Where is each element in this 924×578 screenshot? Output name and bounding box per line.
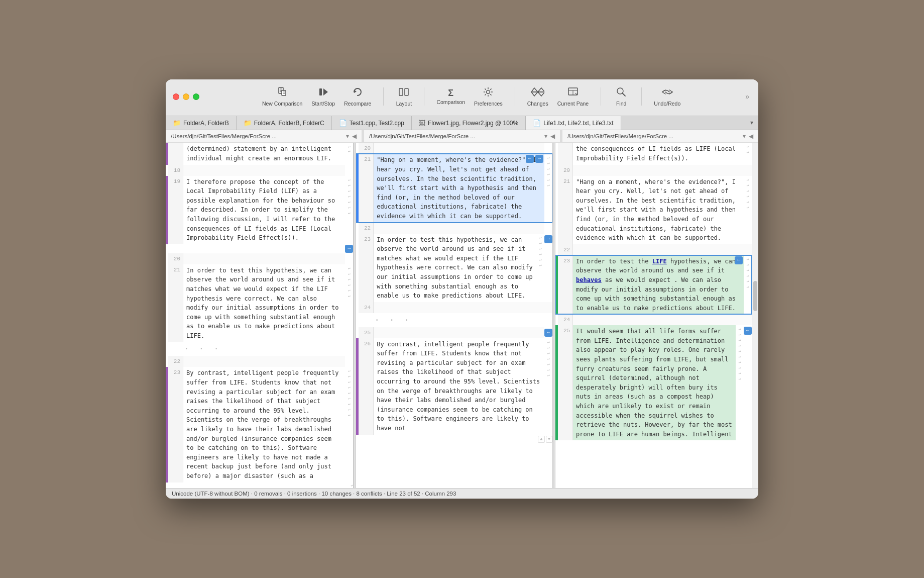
folder-icon-2: 📁 [244, 119, 252, 127]
path-left-dropdown[interactable]: ▾ [346, 133, 349, 140]
row-text-21: In order to test this hypothesis, we can… [183, 264, 345, 342]
right-lf-25-9: ↵ [739, 371, 741, 375]
svg-marker-15 [538, 88, 544, 92]
preferences-button[interactable]: Preferences [470, 84, 507, 109]
path-left-nav[interactable]: ◀ [352, 133, 357, 140]
pane-left-inner[interactable]: (determined) statement by an intelligent… [166, 143, 353, 488]
mid-gutter-26: 26 [359, 338, 374, 435]
mid-lf-21-1: ↵ [547, 155, 550, 160]
tab-flower-jpg[interactable]: 🖼 Flower1.jpg, Flower2.jpg @ 100% [412, 116, 526, 130]
right-lf-23-1: ↵ [747, 257, 749, 261]
recompare-icon [352, 86, 363, 99]
nav-right-19[interactable]: → [345, 245, 353, 253]
mid-21-right-arrow[interactable]: → [535, 155, 543, 163]
right-row-24: 24 [555, 314, 752, 325]
arrows-19: ↵ ↵ ↵ ↵ ↵ ↵ ↵ [345, 176, 353, 244]
mid-gutter-24: 24 [359, 302, 374, 313]
file-icon-5: 📄 [533, 119, 541, 127]
comparison-button[interactable]: Σ Comparison [432, 86, 469, 107]
separator-3 [515, 87, 515, 106]
current-pane-button[interactable]: Current Pane [553, 84, 593, 109]
path-middle-nav[interactable]: ◀ [550, 133, 555, 140]
current-pane-icon [567, 86, 579, 99]
start-stop-button[interactable]: Start/Stop [307, 84, 339, 109]
mid-scroll-down[interactable]: ▼ [546, 436, 552, 443]
right-text-top: the consequences of LI fields as LIFE (L… [573, 143, 744, 164]
toolbar-expand-button[interactable]: » [743, 90, 751, 103]
mid-row-text-26: By contrast, intelligent people frequent… [374, 338, 544, 435]
right-arrows-25: ↵ ↵ ↵ ↵ ↵ ↵ ↵ ↵ ↵ ↵ [736, 325, 744, 440]
lf-21-5: ↵ [348, 288, 351, 293]
gutter-22: 22 [168, 356, 183, 367]
pane-left: (determined) statement by an intelligent… [166, 143, 354, 488]
layout-label: Layout [396, 101, 412, 107]
folder-icon-1: 📁 [173, 119, 181, 127]
app-window: New Comparison Start/Stop [166, 79, 758, 498]
right-scrollbar[interactable] [752, 143, 758, 488]
tab-foldera-folderb[interactable]: 📁 FolderA, FolderB [166, 116, 237, 130]
right-23-left-arrow[interactable]: ← [735, 256, 743, 264]
right-row-25: 25 It would seem that all life forms suf… [555, 325, 752, 440]
pane-left-row-18: 18 [166, 165, 353, 176]
lf-icon-top2[interactable]: ↵ [348, 149, 351, 153]
mid-lf-26-5: ↵ [547, 362, 550, 366]
minimize-button[interactable] [183, 93, 189, 100]
mid-scroll-up[interactable]: ▲ [538, 436, 544, 443]
preferences-label: Preferences [474, 101, 503, 107]
layout-icon [398, 86, 409, 99]
mid-nav-25: ← [544, 327, 552, 338]
row-text-19: I therefore propose the concept of the L… [183, 176, 345, 244]
pane-right-inner[interactable]: the consequences of LI fields as LIFE (L… [555, 143, 752, 488]
mid-row-21: 21 "Hang on a moment, where's the eviden… [356, 154, 552, 222]
path-right-dropdown[interactable]: ▾ [743, 133, 746, 140]
tab-test-cpp[interactable]: 📄 Test1.cpp, Test2.cpp [332, 116, 412, 130]
svg-marker-9 [354, 90, 357, 93]
row-text-top: (determined) statement by an intelligent… [183, 143, 345, 164]
right-arrows-23: ↵ ↵ ↵ ↵ ↵ ↵ [744, 255, 752, 315]
right-lf-25-6: ↵ [739, 354, 741, 359]
layout-button[interactable]: Layout [392, 84, 416, 109]
mid-lf-21-4: ↵ [547, 172, 550, 176]
mid-lf-23-6: ↵ [539, 263, 542, 267]
mid-23-right[interactable]: → [544, 235, 552, 243]
tabs-dropdown-arrow[interactable]: ▾ [745, 116, 758, 130]
right-lf-25-8: ↵ [739, 365, 741, 370]
mid-lf-21-6: ↵ [547, 183, 550, 187]
new-comparison-button[interactable]: New Comparison [258, 84, 307, 109]
toolbar-group-find: Find [605, 84, 637, 109]
lf-19-4: ↵ [348, 194, 351, 199]
pane-middle-inner[interactable]: 20 21 "Hang on a moment, where's the evi… [356, 143, 552, 488]
lf-23-9: ↵ [348, 413, 351, 417]
mid-lf-23-4: ↵ [539, 252, 542, 256]
mid-25-left[interactable]: ← [544, 329, 552, 337]
mid-21-left-arrow[interactable]: ← [526, 155, 534, 163]
tab-life-txt[interactable]: 📄 Life1.txt, Life2.txt, Life3.txt [526, 116, 621, 130]
right-lf-21-1: ↵ [747, 177, 749, 182]
toolbar-group-layout: Layout [388, 84, 420, 109]
right-lf-25-1: ↵ [739, 327, 741, 331]
right-23-nav: ← [735, 256, 743, 264]
pane-left-row-top: (determined) statement by an intelligent… [166, 143, 353, 164]
right-text-21: "Hang on a moment, where's the evidence?… [573, 176, 744, 244]
path-middle-text: /Users/djn/Git/TestFiles/Merge/ForScre .… [369, 133, 541, 139]
changes-button[interactable]: Changes [523, 84, 552, 109]
pane-left-row-20: 20 [166, 253, 353, 264]
path-right-nav[interactable]: ◀ [749, 133, 753, 140]
mid-row-text-23: In order to test this hypothesis, we can… [374, 234, 536, 302]
close-button[interactable] [173, 93, 179, 100]
path-middle-dropdown[interactable]: ▾ [544, 133, 547, 140]
tab-foldera-folderb-folderc[interactable]: 📁 FolderA, FolderB, FolderC [237, 116, 332, 130]
right-gutter-24: 24 [558, 314, 573, 325]
undoredo-button[interactable]: Undo/Redo [650, 84, 684, 109]
right-gutter-21: 21 [558, 176, 573, 244]
right-25-left-arrow[interactable]: ← [744, 327, 752, 335]
lf-icon-top[interactable]: ↵ [348, 144, 351, 149]
right-gutter-25: 25 [558, 325, 573, 440]
recompare-button[interactable]: Recompare [340, 84, 375, 109]
path-bar: /Users/djn/Git/TestFiles/Merge/ForScre .… [166, 130, 758, 143]
fullscreen-button[interactable] [193, 93, 199, 100]
lf-21-3: ↵ [348, 277, 351, 281]
find-button[interactable]: Find [609, 84, 633, 109]
right-gutter-23: 23 [558, 255, 573, 315]
statusbar-text: Unicode (UTF-8 without BOM) · 0 removals… [172, 491, 456, 497]
